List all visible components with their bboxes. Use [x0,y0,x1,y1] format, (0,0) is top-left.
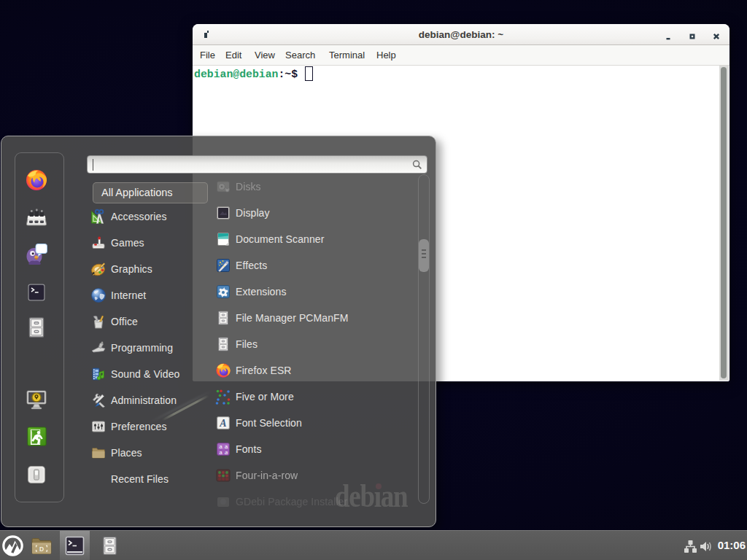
svg-text:A: A [219,418,226,429]
svg-text:a: a [225,449,228,456]
svg-text:D: D [39,545,44,553]
